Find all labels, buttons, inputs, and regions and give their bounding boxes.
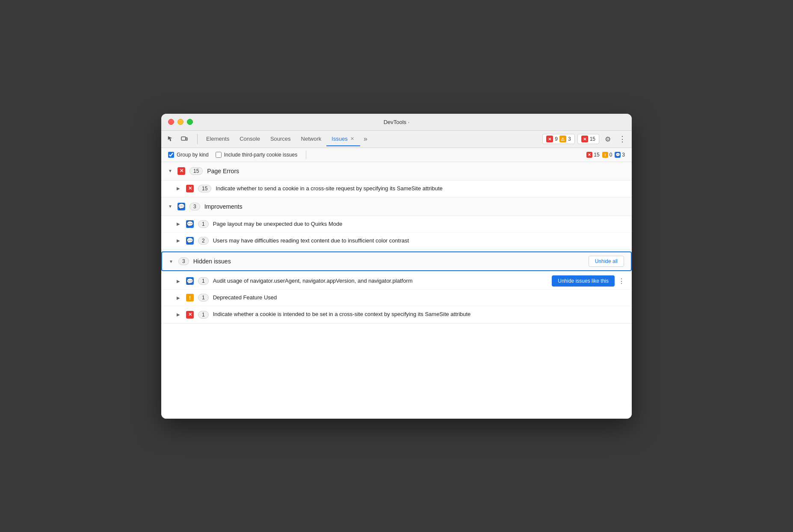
group-by-kind-label[interactable]: Group by kind [168, 152, 209, 158]
title-bar: DevTools · [161, 114, 632, 131]
page-errors-header[interactable]: ▼ ✕ 15 Page Errors [161, 162, 632, 180]
deprecated-feature-issue[interactable]: ▶ ! 1 Deprecated Feature Used [161, 290, 632, 306]
filter-error-icon: ✕ [586, 152, 592, 158]
warning-icon: ⚠ [559, 136, 566, 142]
tab-issues[interactable]: Issues ✕ [326, 132, 360, 146]
close-button[interactable] [168, 119, 174, 125]
svg-rect-0 [181, 137, 186, 140]
hidden-issues-title: Hidden issues [193, 258, 231, 265]
quirks-mode-chevron: ▶ [177, 222, 182, 226]
color-contrast-count: 2 [198, 237, 209, 245]
hidden-issues-section: ▼ 3 Hidden issues Unhide all ▶ 💬 1 Audit… [161, 251, 632, 324]
audit-navigator-chevron: ▶ [177, 279, 182, 284]
audit-navigator-issue[interactable]: ▶ 💬 1 Audit usage of navigator.userAgent… [161, 273, 632, 290]
samesite-context-icon: ✕ [186, 311, 194, 319]
tab-toolbar: Elements Console Sources Network Issues … [161, 131, 632, 148]
color-contrast-text: Users may have difficulties reading text… [213, 237, 409, 245]
group-by-kind-checkbox[interactable] [168, 152, 174, 158]
device-toggle-button[interactable] [178, 133, 190, 145]
window-title: DevTools · [384, 119, 410, 125]
traffic-lights [168, 119, 193, 125]
issues-content: ▼ ✕ 15 Page Errors ▶ ✕ 15 Indicate wheth… [161, 162, 632, 419]
page-errors-title: Page Errors [207, 168, 239, 174]
tab-console[interactable]: Console [234, 132, 265, 146]
samesite-context-text: Indicate whether a cookie is intended to… [213, 310, 471, 318]
tab-elements[interactable]: Elements [201, 132, 234, 146]
samesite-context-issue[interactable]: ▶ ✕ 1 Indicate whether a cookie is inten… [161, 306, 632, 323]
issues-count: 15 [590, 136, 595, 142]
samesite-request-text: Indicate whether to send a cookie in a c… [216, 185, 442, 192]
improvements-title: Improvements [204, 203, 243, 210]
tab-issues-close[interactable]: ✕ [349, 136, 355, 142]
improvements-section: ▼ 💬 3 Improvements ▶ 💬 1 Page layout may… [161, 198, 632, 250]
quirks-mode-icon: 💬 [186, 220, 194, 228]
samesite-request-chevron: ▶ [177, 186, 182, 191]
quirks-mode-text: Page layout may be unexpected due to Qui… [213, 220, 343, 228]
warning-count: 3 [568, 136, 571, 142]
improvements-icon: 💬 [178, 203, 185, 210]
improvements-chevron: ▼ [168, 204, 173, 209]
quirks-mode-count: 1 [198, 220, 209, 228]
page-errors-icon: ✕ [178, 167, 185, 175]
deprecated-feature-text: Deprecated Feature Used [213, 294, 277, 301]
more-options-button[interactable]: ⋮ [616, 133, 628, 145]
audit-navigator-text: Audit usage of navigator.userAgent, navi… [213, 277, 413, 285]
toolbar-icons [165, 133, 190, 145]
more-tabs-button[interactable]: » [360, 133, 371, 145]
hidden-issues-count: 3 [178, 257, 189, 265]
color-contrast-issue[interactable]: ▶ 💬 2 Users may have difficulties readin… [161, 233, 632, 249]
color-contrast-chevron: ▶ [177, 238, 182, 243]
third-party-checkbox[interactable] [216, 152, 222, 158]
filter-badge-errors: ✕ 15 [586, 152, 599, 158]
samesite-request-count: 15 [198, 185, 211, 192]
error-icon: ✕ [546, 136, 553, 142]
unhide-all-button[interactable]: Unhide all [589, 256, 624, 267]
filter-badge-warnings: ! 0 [602, 152, 613, 158]
third-party-label[interactable]: Include third-party cookie issues [216, 152, 297, 158]
deprecated-feature-chevron: ▶ [177, 296, 182, 300]
audit-navigator-count: 1 [198, 277, 209, 285]
toolbar-divider [197, 134, 198, 144]
filter-bar: Group by kind Include third-party cookie… [161, 148, 632, 162]
filter-warning-icon: ! [602, 152, 608, 158]
filter-info-icon: 💬 [615, 152, 621, 158]
deprecated-feature-icon: ! [186, 294, 194, 301]
page-errors-section: ▼ ✕ 15 Page Errors ▶ ✕ 15 Indicate wheth… [161, 162, 632, 198]
error-count: 9 [555, 136, 558, 142]
samesite-context-count: 1 [198, 311, 209, 319]
tab-sources[interactable]: Sources [265, 132, 296, 146]
quirks-mode-issue[interactable]: ▶ 💬 1 Page layout may be unexpected due … [161, 216, 632, 233]
issues-badge[interactable]: ✕ 15 [577, 134, 599, 144]
error-warning-badge[interactable]: ✕ 9 ⚠ 3 [542, 134, 574, 144]
settings-button[interactable]: ⚙ [602, 133, 614, 145]
tab-navigation: Elements Console Sources Network Issues … [201, 132, 541, 146]
inspect-element-button[interactable] [165, 133, 177, 145]
samesite-request-issue[interactable]: ▶ ✕ 15 Indicate whether to send a cookie… [161, 180, 632, 197]
minimize-button[interactable] [178, 119, 183, 125]
hidden-issues-chevron: ▼ [169, 259, 174, 264]
improvements-count: 3 [189, 203, 200, 210]
hidden-issues-header[interactable]: ▼ 3 Hidden issues Unhide all [161, 251, 632, 271]
filter-divider [306, 151, 306, 159]
svg-rect-1 [186, 138, 187, 140]
deprecated-feature-count: 1 [198, 294, 209, 301]
samesite-request-icon: ✕ [186, 185, 194, 192]
devtools-window: DevTools · Elements Console [161, 114, 632, 419]
page-errors-chevron: ▼ [168, 168, 173, 173]
tab-network[interactable]: Network [296, 132, 327, 146]
page-errors-count: 15 [189, 167, 203, 175]
filter-badge-info: 💬 3 [615, 152, 625, 158]
color-contrast-icon: 💬 [186, 237, 194, 245]
improvements-header[interactable]: ▼ 💬 3 Improvements [161, 198, 632, 216]
toolbar-right: ✕ 9 ⚠ 3 ✕ 15 ⚙ ⋮ [542, 133, 628, 145]
filter-badges: ✕ 15 ! 0 💬 3 [586, 152, 625, 158]
maximize-button[interactable] [187, 119, 193, 125]
samesite-context-chevron: ▶ [177, 312, 182, 317]
audit-navigator-more-menu[interactable]: ⋮ [618, 277, 625, 285]
audit-navigator-icon: 💬 [186, 277, 194, 285]
issues-error-icon: ✕ [581, 136, 588, 142]
unhide-like-this-tooltip[interactable]: Unhide issues like this [552, 275, 615, 287]
